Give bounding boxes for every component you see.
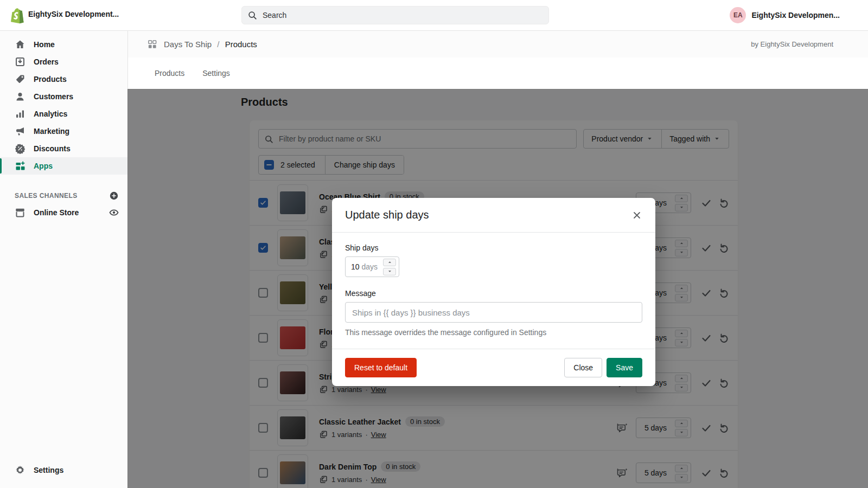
decrement-button[interactable] <box>383 268 396 275</box>
update-ship-days-modal: Update ship days Ship days 10 days Messa… <box>332 198 655 386</box>
ship-days-field-label: Ship days <box>345 243 642 252</box>
home-icon <box>15 39 25 50</box>
sidebar-item-analytics[interactable]: Analytics <box>0 105 127 123</box>
avatar[interactable]: EA <box>730 7 746 23</box>
ship-days-number: 10 <box>351 262 360 271</box>
sidebar-item-label: Discounts <box>34 144 71 153</box>
tab-products[interactable]: Products <box>155 69 184 78</box>
search-icon <box>247 10 257 20</box>
reset-to-default-button[interactable]: Reset to default <box>345 358 417 377</box>
message-input[interactable] <box>345 302 642 323</box>
sidebar: Home Orders Products Customers Analytics <box>0 30 128 488</box>
account-name: EightySix Developmen... <box>751 11 840 20</box>
app-byline: by EightySix Development <box>751 40 833 48</box>
sidebar-item-label: Home <box>34 40 55 49</box>
global-search-input[interactable] <box>261 10 543 20</box>
eye-icon[interactable] <box>109 208 119 217</box>
sidebar-item-label: Customers <box>34 92 73 101</box>
message-field-label: Message <box>345 289 642 298</box>
sidebar-item-home[interactable]: Home <box>0 36 127 53</box>
tag-icon <box>15 74 25 85</box>
sidebar-item-settings[interactable]: Settings <box>0 461 127 479</box>
sidebar-item-customers[interactable]: Customers <box>0 88 127 105</box>
breadcrumb-current-page: Products <box>225 40 257 49</box>
app-grid-icon <box>147 39 157 49</box>
modal-ship-days-input[interactable]: 10 days <box>345 256 399 277</box>
account-menu[interactable]: EA EightySix Developmen... <box>730 7 840 23</box>
sidebar-item-label: Analytics <box>34 110 67 118</box>
store-name: EightySix Development... <box>28 10 119 18</box>
sidebar-item-marketing[interactable]: Marketing <box>0 123 127 140</box>
increment-button[interactable] <box>383 259 396 266</box>
apps-icon <box>15 160 25 171</box>
global-search[interactable] <box>241 6 549 24</box>
message-helper-text: This message overrides the message confi… <box>345 328 642 337</box>
sidebar-item-label: Marketing <box>34 127 69 136</box>
sidebar-item-label: Apps <box>34 162 53 170</box>
save-button[interactable]: Save <box>607 358 642 377</box>
sidebar-item-label: Settings <box>34 466 63 474</box>
top-bar: EightySix Development... EA EightySix De… <box>0 0 868 31</box>
storefront-icon <box>15 207 25 218</box>
gear-icon <box>15 465 25 476</box>
orders-icon <box>15 56 25 67</box>
bar-chart-icon <box>15 108 25 119</box>
app-header: Days To Ship / Products by EightySix Dev… <box>127 30 868 58</box>
tab-settings[interactable]: Settings <box>202 69 230 78</box>
breadcrumb: Days To Ship / Products <box>164 40 257 49</box>
app-tabs: Products Settings <box>127 57 868 89</box>
sidebar-item-apps[interactable]: Apps <box>0 157 127 175</box>
modal-title: Update ship days <box>345 209 429 221</box>
close-icon[interactable] <box>631 210 642 221</box>
sidebar-item-products[interactable]: Products <box>0 70 127 88</box>
ship-days-unit: days <box>361 262 378 271</box>
sales-channels-heading: SALES CHANNELS <box>15 192 78 200</box>
close-button[interactable]: Close <box>564 358 602 377</box>
sidebar-item-orders[interactable]: Orders <box>0 53 127 70</box>
sidebar-item-label: Products <box>34 75 67 84</box>
person-icon <box>15 91 25 102</box>
breadcrumb-separator: / <box>217 40 219 49</box>
discount-icon <box>15 143 25 154</box>
sidebar-item-label: Online Store <box>34 208 79 217</box>
sidebar-item-online-store[interactable]: Online Store <box>0 204 127 221</box>
shopify-logo-icon[interactable] <box>9 7 26 24</box>
sidebar-item-discounts[interactable]: Discounts <box>0 140 127 157</box>
megaphone-icon <box>15 126 25 137</box>
breadcrumb-app-name[interactable]: Days To Ship <box>164 40 212 49</box>
add-channel-icon[interactable] <box>109 191 119 201</box>
sidebar-item-label: Orders <box>34 57 59 66</box>
